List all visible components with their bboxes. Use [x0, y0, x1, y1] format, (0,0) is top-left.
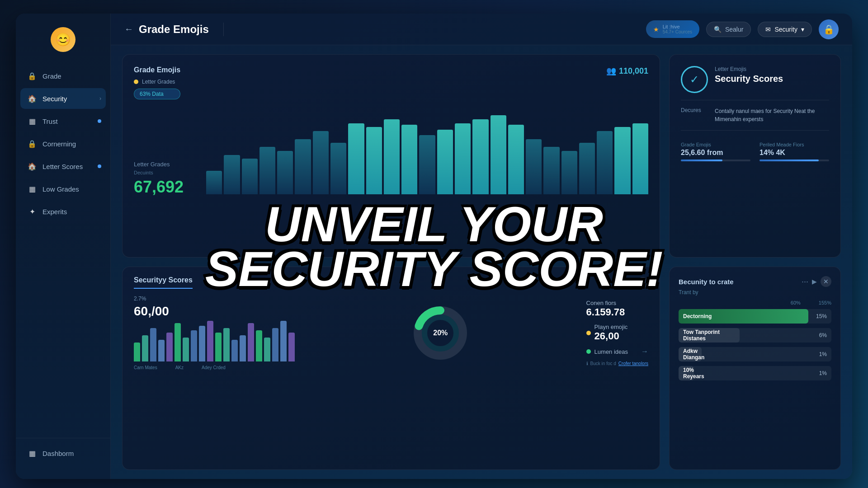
grade-bar: [491, 115, 506, 194]
scores-left: 2.7% 60,/00 Carn Mates AKz Adey Crded: [134, 296, 295, 370]
progress-bar-tow: Tow Tanporint Distanes 6%: [679, 328, 831, 343]
grade-bar: [277, 151, 293, 194]
lumen-item: Lumen ideas →: [586, 347, 648, 356]
grade-bar: [224, 155, 240, 195]
play-dot: [586, 331, 591, 335]
security-header: ✓ Letter Emojis Security Scores: [681, 66, 829, 93]
metric-bar-fill-1: [681, 160, 722, 161]
main-window: 😊 🔒 Grade 🏠 Security › ▦ Trust 🔒 Cornern…: [16, 14, 852, 479]
badge-text: Lit :hive 54.7+ Cources: [663, 24, 692, 34]
card-title: Grade Emojis: [134, 66, 180, 74]
progress-item-0: Dectorning 15%: [679, 309, 831, 324]
pct-labels: 60% 155%: [679, 300, 831, 305]
legend-letter-grades: Letter Grades: [134, 79, 180, 85]
mini-bar: [248, 323, 254, 361]
progress-fill-adkw: Adkw Diangan: [679, 347, 702, 361]
progress-bar-adkw: Adkw Diangan 1%: [679, 347, 831, 361]
sidebar-item-label: Trust: [42, 117, 58, 125]
search-button[interactable]: 🔍 Sealur: [706, 22, 751, 37]
mini-bar: [215, 333, 222, 361]
mini-bar: [240, 335, 246, 361]
mini-bar: [288, 333, 295, 361]
sidebar-item-label: Security: [42, 95, 67, 103]
grade-bar: [543, 147, 559, 194]
sidebar-item-label: Dashborm: [42, 450, 74, 457]
low-grades-icon: ▦: [27, 184, 37, 194]
sidebar-item-label: Cornerning: [42, 140, 76, 148]
info-icon: ℹ: [586, 361, 588, 366]
sidebar-item-experits[interactable]: ✦ Experits: [20, 201, 106, 222]
decures-section: Decures Contally nanul maes for Security…: [681, 107, 829, 123]
mini-bar: [256, 330, 262, 361]
sidebar-item-letter-scores[interactable]: 🏠 Letter Scores: [20, 156, 106, 177]
progress-fill-dectorning: Dectorning: [679, 309, 808, 324]
progress-items: Dectorning 15% Tow Tanporint Distanes 6%: [679, 309, 831, 380]
sidebar-item-label: Letter Scores: [42, 163, 83, 170]
dots-menu-button[interactable]: ···: [802, 277, 808, 286]
sidebar-item-dashborm[interactable]: ▦ Dashborm: [20, 443, 106, 464]
sidebar-item-cornerning[interactable]: 🔒 Cornerning: [20, 133, 106, 154]
security-divider: [681, 100, 829, 100]
grade-bar: [597, 131, 613, 194]
card-header-left: Grade Emojis Letter Grades 63% Data: [134, 66, 180, 99]
becunity-header: Becunity to crate ··· ▶ ✕: [679, 276, 831, 287]
lock-button[interactable]: 🔒: [819, 19, 839, 39]
sidebar-nav: 🔒 Grade 🏠 Security › ▦ Trust 🔒 Cornernin…: [16, 66, 110, 433]
play-button[interactable]: ▶: [812, 278, 817, 285]
buck-link[interactable]: Crofer tanolors: [618, 361, 648, 366]
grade-icon: 🔒: [27, 71, 37, 81]
mini-bar: [191, 330, 197, 361]
scores-header: Securityy Scores ✕: [134, 276, 648, 289]
page-title: Grade Emojis: [139, 23, 209, 36]
security-button[interactable]: ✉ Security ▾: [758, 22, 812, 37]
metric-bar-fill-2: [760, 160, 819, 161]
metrics-row: Grade Emojis 25,6.60 from Periled Meade …: [681, 142, 829, 161]
donut-label: 20%: [433, 329, 448, 337]
mini-bar: [280, 321, 287, 361]
topbar-title: ← Grade Emojis: [124, 23, 646, 36]
chevron-right-icon: ›: [99, 95, 101, 102]
scores-title-container: Securityy Scores: [134, 276, 193, 289]
grade-bar: [508, 125, 524, 194]
close-button[interactable]: ✕: [637, 277, 648, 288]
progress-item-3: 10% Reyears 1%: [679, 366, 831, 380]
sidebar-bottom: ▦ Dashborm: [16, 438, 110, 470]
topbar-badge: ★ Lit :hive 54.7+ Cources: [646, 20, 699, 38]
sidebar-item-label: Low Grades: [42, 185, 79, 193]
grade-bar: [259, 147, 275, 194]
chart-area: Letter Grades Decuints 67,692: [134, 106, 648, 197]
sidebar-item-low-grades[interactable]: ▦ Low Grades: [20, 178, 106, 199]
grade-bar: [206, 171, 222, 195]
lumen-dot: [586, 349, 591, 354]
sidebar-item-grade[interactable]: 🔒 Grade: [20, 66, 106, 86]
becunity-card: Becunity to crate ··· ▶ ✕ Trant by 60% 1…: [669, 267, 841, 470]
grade-bar: [561, 151, 577, 194]
topbar: ← Grade Emojis ★ Lit :hive 54.7+ Cources…: [111, 14, 852, 45]
playn-label-block: Playn emojic 26,00: [594, 324, 628, 342]
trust-icon: ▦: [27, 116, 37, 126]
security-title-block: Letter Emojis Security Scores: [715, 66, 783, 84]
mini-bar: [272, 328, 278, 361]
grade-bar: [295, 139, 311, 195]
lock-icon: 🔒: [823, 24, 835, 35]
grade-bar: [242, 159, 258, 194]
progress-fill-reyears: 10% Reyears: [679, 366, 694, 380]
logo-emoji: 😊: [51, 27, 75, 52]
bar-chart: [206, 115, 648, 197]
check-circle: ✓: [681, 66, 708, 93]
progress-bar-dectorning: Dectorning 15%: [679, 309, 831, 324]
conen-label-block: Conen fiors 6.159.78: [586, 300, 625, 318]
progress-fill-tow: Tow Tanporint Distanes: [679, 328, 740, 343]
sidebar: 😊 🔒 Grade 🏠 Security › ▦ Trust 🔒 Cornern…: [16, 14, 111, 479]
sidebar-item-trust[interactable]: ▦ Trust: [20, 111, 106, 131]
back-button[interactable]: ←: [124, 24, 133, 34]
chart-labels: Carn Mates AKz Adey Crded: [134, 365, 295, 370]
mini-bar: [207, 321, 213, 361]
security-divider2: [681, 130, 829, 131]
mini-bar: [150, 328, 156, 361]
mini-bar: [264, 338, 270, 361]
becunity-close-button[interactable]: ✕: [821, 276, 831, 287]
sidebar-item-security[interactable]: 🏠 Security ›: [20, 88, 106, 109]
buck-info: ℹ Buck in foc d Crofer tanolors: [586, 361, 648, 366]
scores-body: 2.7% 60,/00 Carn Mates AKz Adey Crded: [134, 296, 648, 370]
